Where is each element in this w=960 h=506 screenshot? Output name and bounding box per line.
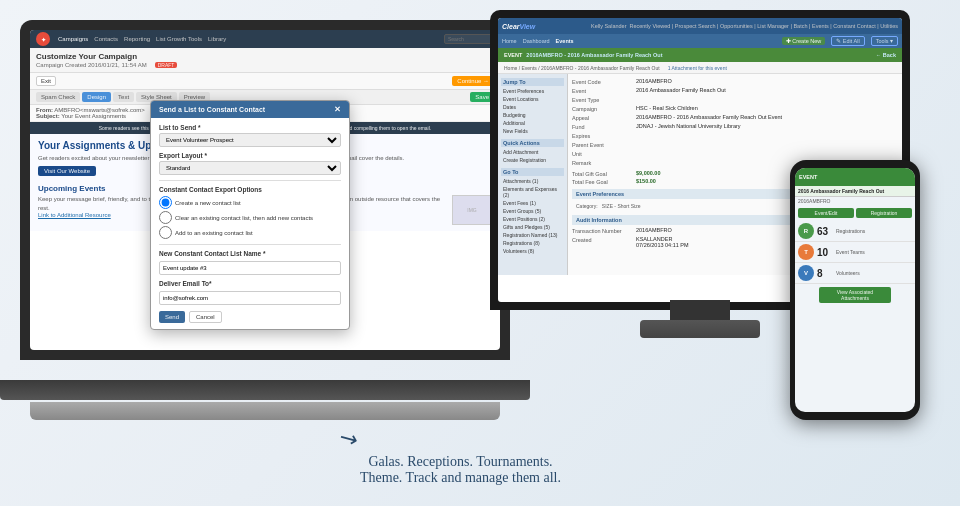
fund-label: Fund [572, 123, 632, 130]
export-layout-section: Export Layout * Standard [159, 152, 341, 175]
phone-ui: EVENT 2016 Ambassador Family Reach Out 2… [795, 168, 915, 412]
goto-gifts[interactable]: Gifts and Pledges (5) [501, 223, 564, 231]
breadcrumb-text: Home / Events / 2016AMBFRO - 2016 Ambass… [504, 65, 660, 71]
goto-registration-named[interactable]: Registration Named (13) [501, 231, 564, 239]
volunteers-count: 8 [817, 268, 833, 279]
send-button[interactable]: Send [159, 311, 185, 323]
goto-event-positions[interactable]: Event Positions (2) [501, 215, 564, 223]
appeal-value: 2016AMBFRO - 2016 Ambassador Family Reac… [636, 114, 898, 120]
event-code-value: 2016AMBFRO [636, 78, 898, 84]
sidebar-additional[interactable]: Additional [501, 119, 564, 127]
export-layout-label: Export Layout * [159, 152, 341, 159]
cv-nav-edit-all[interactable]: ✎ Edit All [831, 36, 864, 46]
appeal-label: Appeal [572, 114, 632, 121]
expires-row: Expires [572, 132, 898, 139]
new-list-input[interactable] [159, 261, 341, 275]
cv-nav-events[interactable]: Events [556, 38, 574, 44]
visit-website-button[interactable]: Visit Our Website [38, 166, 96, 176]
goto-elements[interactable]: Elements and Expenses (2) [501, 185, 564, 199]
view-attachments-button[interactable]: View Associated Attachments [819, 287, 891, 303]
event-type-label: Event Type [572, 96, 632, 103]
event-title-header: 2016AMBFRO - 2016 Ambassador Family Reac… [526, 52, 662, 58]
sidebar-event-prefs[interactable]: Event Preferences [501, 87, 564, 95]
fund-row: Fund JDNAJ - Jewish National University … [572, 123, 898, 130]
modal-title: Send a List to Constant Contact [159, 106, 265, 113]
fund-value: JDNAJ - Jewish National University Libra… [636, 123, 898, 129]
nav-library[interactable]: Library [208, 36, 226, 42]
nav-contacts[interactable]: Contacts [94, 36, 118, 42]
subject-label: Subject: [36, 113, 60, 119]
event-label: EVENT [504, 52, 522, 58]
tagline: Galas. Receptions. Tournaments. Theme. T… [360, 454, 561, 486]
cv-nav-home[interactable]: Home [502, 38, 517, 44]
tab-text[interactable]: Text [113, 92, 134, 102]
modal-cancel-button[interactable]: Cancel [189, 311, 222, 323]
email-search-area [444, 34, 494, 44]
nav-list-growth[interactable]: List Growth Tools [156, 36, 202, 42]
deliver-email-input[interactable] [159, 291, 341, 305]
phone-registration-button[interactable]: Registration [856, 208, 912, 218]
event-type-row: Event Type [572, 96, 898, 103]
tab-spam-check[interactable]: Spam Check [36, 92, 80, 102]
sidebar-add-attachment[interactable]: Add Attachment [501, 148, 564, 156]
transaction-label: Transaction Number [572, 227, 632, 234]
email-nav: Campaigns Contacts Reporting List Growth… [58, 36, 226, 42]
quick-actions-title: Quick Actions [501, 139, 564, 147]
radio-create-new[interactable]: Create a new contact list [159, 196, 341, 209]
parent-event-label: Parent Event [572, 141, 632, 148]
event-code-label: Event Code [572, 78, 632, 85]
nav-campaigns[interactable]: Campaigns [58, 36, 88, 42]
export-layout-select[interactable]: Standard [159, 161, 341, 175]
sidebar-dates[interactable]: Dates [501, 103, 564, 111]
continue-button[interactable]: Continue → [452, 76, 494, 86]
teams-label: Event Teams [836, 249, 865, 255]
email-search-input[interactable] [444, 34, 494, 44]
goto-event-fees[interactable]: Event Fees (1) [501, 199, 564, 207]
goto-event-groups[interactable]: Event Groups (5) [501, 207, 564, 215]
sidebar-event-locations[interactable]: Event Locations [501, 95, 564, 103]
phone-stat-registrations: R 63 Registrations [795, 221, 915, 242]
phone-stat-teams: T 10 Event Teams [795, 242, 915, 263]
cv-nav-create[interactable]: ✚ Create New [782, 37, 826, 45]
modal-header: Send a List to Constant Contact ✕ [151, 101, 349, 118]
exit-button[interactable]: Exit [36, 76, 56, 86]
goto-volunteers[interactable]: Volunteers (8) [501, 247, 564, 255]
volunteers-icon: V [798, 265, 814, 281]
cv-logo: ClearView [502, 23, 535, 30]
radio-clear-existing[interactable]: Clear an existing contact list, then add… [159, 211, 341, 224]
radio-add-existing[interactable]: Add to an existing contact list [159, 226, 341, 239]
phone-body: EVENT 2016 Ambassador Family Reach Out 2… [790, 160, 920, 420]
expires-label: Expires [572, 132, 632, 139]
campaign-title: Customize Your Campaign [36, 52, 494, 61]
jump-to-title: Jump To [501, 78, 564, 86]
cv-topbar-right: Kelly Salander Recently Viewed | Prospec… [591, 23, 898, 29]
phone-event-title: 2016 Ambassador Family Reach Out [795, 186, 915, 197]
nav-reporting[interactable]: Reporting [124, 36, 150, 42]
sidebar-new-fields[interactable]: New Fields [501, 127, 564, 135]
export-options-title: Constant Contact Export Options [159, 186, 341, 193]
registrations-icon: R [798, 223, 814, 239]
back-link[interactable]: ← Back [876, 52, 896, 58]
phone-event-edit-button[interactable]: Event/Edit [798, 208, 854, 218]
sidebar-budgeting[interactable]: Budgeting [501, 111, 564, 119]
phone-stat-volunteers: V 8 Volunteers [795, 263, 915, 284]
tab-design[interactable]: Design [82, 92, 111, 102]
created-label: Created [572, 236, 632, 243]
sidebar-create-registration[interactable]: Create Registration [501, 156, 564, 164]
unit-row: Unit [572, 150, 898, 157]
jump-to-section: Jump To Event Preferences Event Location… [501, 78, 564, 135]
new-list-name-section: New Constant Contact List Name * [159, 250, 341, 275]
goto-attachments[interactable]: Attachments (1) [501, 177, 564, 185]
draft-badge: DRAFT [155, 62, 178, 68]
cv-nav-tools[interactable]: Tools ▾ [871, 36, 898, 46]
list-to-send-select[interactable]: Event Volunteer Prospect [159, 133, 341, 147]
attachments-note: 1 Attachment for this event [668, 65, 727, 71]
laptop-foot [30, 402, 500, 420]
cv-nav-dashboard[interactable]: Dashboard [523, 38, 550, 44]
volunteers-label: Volunteers [836, 270, 860, 276]
registrations-count: 63 [817, 226, 833, 237]
goto-registrations[interactable]: Registrations (8) [501, 239, 564, 247]
modal-close-button[interactable]: ✕ [334, 105, 341, 114]
event-code-row: Event Code 2016AMBFRO [572, 78, 898, 85]
list-to-send-label: List to Send * [159, 124, 341, 131]
